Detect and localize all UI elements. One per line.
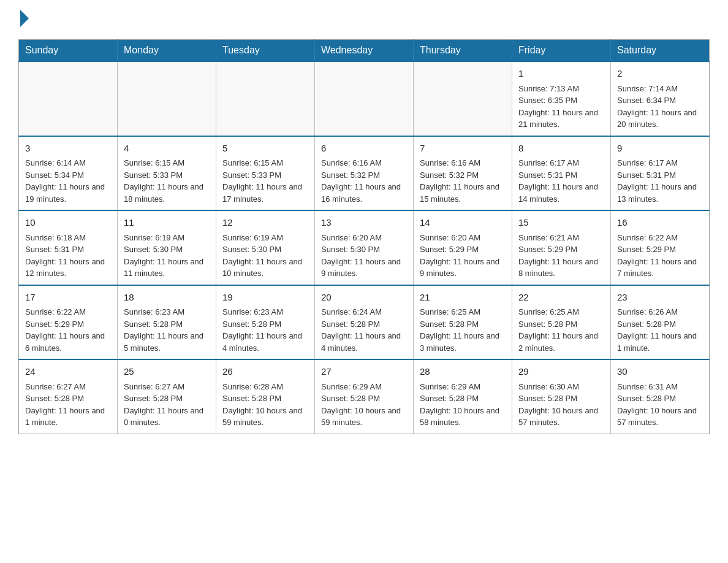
- day-sun-info: Sunrise: 6:22 AMSunset: 5:29 PMDaylight:…: [617, 233, 697, 278]
- day-number: 20: [321, 291, 407, 305]
- calendar-body: 1Sunrise: 7:13 AMSunset: 6:35 PMDaylight…: [19, 61, 710, 434]
- calendar-cell: 15Sunrise: 6:21 AMSunset: 5:29 PMDayligh…: [512, 210, 611, 285]
- day-sun-info: Sunrise: 6:20 AMSunset: 5:29 PMDaylight:…: [420, 233, 499, 278]
- calendar-cell: [118, 61, 216, 136]
- day-sun-info: Sunrise: 6:14 AMSunset: 5:34 PMDaylight:…: [25, 158, 105, 204]
- day-sun-info: Sunrise: 6:15 AMSunset: 5:33 PMDaylight:…: [124, 158, 203, 204]
- calendar-cell: 8Sunrise: 6:17 AMSunset: 5:31 PMDaylight…: [512, 136, 611, 211]
- day-sun-info: Sunrise: 6:31 AMSunset: 5:28 PMDaylight:…: [617, 382, 697, 427]
- calendar-header: SundayMondayTuesdayWednesdayThursdayFrid…: [19, 40, 710, 62]
- day-number: 5: [222, 142, 308, 156]
- calendar-cell: 10Sunrise: 6:18 AMSunset: 5:31 PMDayligh…: [19, 210, 118, 285]
- day-sun-info: Sunrise: 6:29 AMSunset: 5:28 PMDaylight:…: [420, 382, 499, 427]
- day-number: 22: [518, 291, 604, 305]
- calendar-cell: 7Sunrise: 6:16 AMSunset: 5:32 PMDaylight…: [414, 136, 512, 211]
- day-sun-info: Sunrise: 6:19 AMSunset: 5:30 PMDaylight:…: [124, 233, 203, 278]
- day-number: 18: [124, 291, 210, 305]
- day-sun-info: Sunrise: 6:25 AMSunset: 5:28 PMDaylight:…: [518, 307, 598, 353]
- day-number: 2: [617, 67, 703, 81]
- day-sun-info: Sunrise: 7:13 AMSunset: 6:35 PMDaylight:…: [518, 84, 598, 129]
- day-sun-info: Sunrise: 7:14 AMSunset: 6:34 PMDaylight:…: [617, 84, 697, 129]
- calendar-cell: 1Sunrise: 7:13 AMSunset: 6:35 PMDaylight…: [512, 61, 611, 136]
- day-sun-info: Sunrise: 6:23 AMSunset: 5:28 PMDaylight:…: [222, 307, 302, 353]
- calendar-week-row: 3Sunrise: 6:14 AMSunset: 5:34 PMDaylight…: [19, 136, 710, 211]
- day-sun-info: Sunrise: 6:22 AMSunset: 5:29 PMDaylight:…: [25, 307, 105, 353]
- day-number: 24: [25, 365, 111, 379]
- day-sun-info: Sunrise: 6:19 AMSunset: 5:30 PMDaylight:…: [222, 233, 302, 278]
- day-number: 4: [124, 142, 210, 156]
- day-sun-info: Sunrise: 6:25 AMSunset: 5:28 PMDaylight:…: [420, 307, 499, 353]
- day-number: 12: [222, 216, 308, 230]
- day-number: 1: [518, 67, 604, 81]
- day-sun-info: Sunrise: 6:17 AMSunset: 5:31 PMDaylight:…: [617, 158, 697, 204]
- calendar-cell: 22Sunrise: 6:25 AMSunset: 5:28 PMDayligh…: [512, 285, 611, 360]
- day-number: 19: [222, 291, 308, 305]
- weekday-header-saturday: Saturday: [611, 40, 710, 62]
- day-sun-info: Sunrise: 6:16 AMSunset: 5:32 PMDaylight:…: [321, 158, 401, 204]
- day-sun-info: Sunrise: 6:26 AMSunset: 5:28 PMDaylight:…: [617, 307, 697, 353]
- calendar-cell: 23Sunrise: 6:26 AMSunset: 5:28 PMDayligh…: [611, 285, 710, 360]
- day-number: 3: [25, 142, 111, 156]
- calendar-week-row: 10Sunrise: 6:18 AMSunset: 5:31 PMDayligh…: [19, 210, 710, 285]
- logo: [18, 12, 29, 27]
- day-sun-info: Sunrise: 6:17 AMSunset: 5:31 PMDaylight:…: [518, 158, 598, 204]
- calendar-cell: 26Sunrise: 6:28 AMSunset: 5:28 PMDayligh…: [216, 359, 315, 434]
- calendar-cell: [414, 61, 512, 136]
- day-number: 29: [518, 365, 604, 379]
- day-number: 16: [617, 216, 703, 230]
- day-sun-info: Sunrise: 6:24 AMSunset: 5:28 PMDaylight:…: [321, 307, 401, 353]
- weekday-header-tuesday: Tuesday: [216, 40, 315, 62]
- day-sun-info: Sunrise: 6:28 AMSunset: 5:28 PMDaylight:…: [222, 382, 302, 427]
- calendar-cell: 28Sunrise: 6:29 AMSunset: 5:28 PMDayligh…: [414, 359, 512, 434]
- calendar-cell: 9Sunrise: 6:17 AMSunset: 5:31 PMDaylight…: [611, 136, 710, 211]
- calendar-cell: 2Sunrise: 7:14 AMSunset: 6:34 PMDaylight…: [611, 61, 710, 136]
- calendar-cell: [315, 61, 414, 136]
- weekday-header-friday: Friday: [512, 40, 611, 62]
- day-sun-info: Sunrise: 6:27 AMSunset: 5:28 PMDaylight:…: [25, 382, 105, 427]
- calendar-cell: 27Sunrise: 6:29 AMSunset: 5:28 PMDayligh…: [315, 359, 414, 434]
- day-sun-info: Sunrise: 6:16 AMSunset: 5:32 PMDaylight:…: [420, 158, 499, 204]
- day-number: 6: [321, 142, 407, 156]
- weekday-header-row: SundayMondayTuesdayWednesdayThursdayFrid…: [19, 40, 710, 62]
- day-number: 13: [321, 216, 407, 230]
- day-number: 21: [420, 291, 506, 305]
- calendar-cell: 19Sunrise: 6:23 AMSunset: 5:28 PMDayligh…: [216, 285, 315, 360]
- day-number: 27: [321, 365, 407, 379]
- day-sun-info: Sunrise: 6:21 AMSunset: 5:29 PMDaylight:…: [518, 233, 598, 278]
- day-number: 26: [222, 365, 308, 379]
- calendar-cell: 13Sunrise: 6:20 AMSunset: 5:30 PMDayligh…: [315, 210, 414, 285]
- day-number: 11: [124, 216, 210, 230]
- weekday-header-thursday: Thursday: [414, 40, 512, 62]
- calendar-cell: 21Sunrise: 6:25 AMSunset: 5:28 PMDayligh…: [414, 285, 512, 360]
- calendar-cell: [216, 61, 315, 136]
- calendar-cell: 4Sunrise: 6:15 AMSunset: 5:33 PMDaylight…: [118, 136, 216, 211]
- calendar-cell: 29Sunrise: 6:30 AMSunset: 5:28 PMDayligh…: [512, 359, 611, 434]
- day-number: 25: [124, 365, 210, 379]
- day-sun-info: Sunrise: 6:29 AMSunset: 5:28 PMDaylight:…: [321, 382, 401, 427]
- day-sun-info: Sunrise: 6:18 AMSunset: 5:31 PMDaylight:…: [25, 233, 105, 278]
- weekday-header-sunday: Sunday: [19, 40, 118, 62]
- day-number: 10: [25, 216, 111, 230]
- day-sun-info: Sunrise: 6:15 AMSunset: 5:33 PMDaylight:…: [222, 158, 302, 204]
- calendar-cell: 12Sunrise: 6:19 AMSunset: 5:30 PMDayligh…: [216, 210, 315, 285]
- day-number: 14: [420, 216, 506, 230]
- day-number: 17: [25, 291, 111, 305]
- day-sun-info: Sunrise: 6:20 AMSunset: 5:30 PMDaylight:…: [321, 233, 401, 278]
- calendar-table: SundayMondayTuesdayWednesdayThursdayFrid…: [18, 39, 710, 434]
- calendar-cell: 16Sunrise: 6:22 AMSunset: 5:29 PMDayligh…: [611, 210, 710, 285]
- day-sun-info: Sunrise: 6:30 AMSunset: 5:28 PMDaylight:…: [518, 382, 598, 427]
- calendar-cell: 25Sunrise: 6:27 AMSunset: 5:28 PMDayligh…: [118, 359, 216, 434]
- calendar-cell: 17Sunrise: 6:22 AMSunset: 5:29 PMDayligh…: [19, 285, 118, 360]
- day-number: 9: [617, 142, 703, 156]
- day-sun-info: Sunrise: 6:27 AMSunset: 5:28 PMDaylight:…: [124, 382, 203, 427]
- day-number: 7: [420, 142, 506, 156]
- calendar-cell: 30Sunrise: 6:31 AMSunset: 5:28 PMDayligh…: [611, 359, 710, 434]
- calendar-cell: 20Sunrise: 6:24 AMSunset: 5:28 PMDayligh…: [315, 285, 414, 360]
- calendar-cell: 5Sunrise: 6:15 AMSunset: 5:33 PMDaylight…: [216, 136, 315, 211]
- day-number: 23: [617, 291, 703, 305]
- calendar-week-row: 17Sunrise: 6:22 AMSunset: 5:29 PMDayligh…: [19, 285, 710, 360]
- calendar-week-row: 1Sunrise: 7:13 AMSunset: 6:35 PMDaylight…: [19, 61, 710, 136]
- day-sun-info: Sunrise: 6:23 AMSunset: 5:28 PMDaylight:…: [124, 307, 203, 353]
- calendar-cell: 18Sunrise: 6:23 AMSunset: 5:28 PMDayligh…: [118, 285, 216, 360]
- day-number: 28: [420, 365, 506, 379]
